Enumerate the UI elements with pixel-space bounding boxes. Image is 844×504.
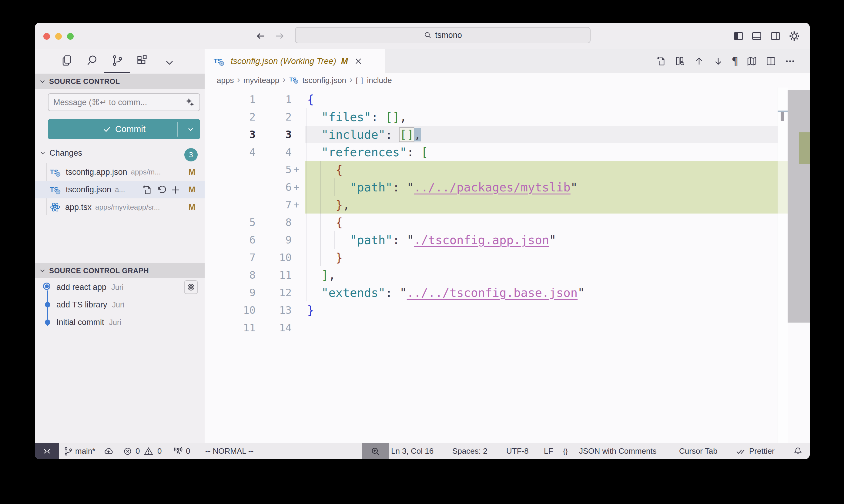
explorer-icon[interactable] <box>60 54 73 67</box>
language-mode[interactable]: JSON with Comments <box>579 443 657 459</box>
branch-name[interactable]: main* <box>75 443 95 459</box>
open-changes-icon[interactable] <box>655 55 667 67</box>
commit-message: add TS library <box>56 300 107 309</box>
commit-row[interactable]: add TS library Juri <box>35 296 205 313</box>
code-line[interactable]: 44 "references": [ <box>205 143 810 161</box>
code-line[interactable]: 22 "files": [], <box>205 108 810 126</box>
branch-icon[interactable] <box>63 443 73 459</box>
more-actions-icon[interactable] <box>784 55 796 67</box>
code-line[interactable]: 1114 <box>205 319 810 337</box>
file-name: app.tsx <box>65 203 91 212</box>
source-control-icon[interactable] <box>111 54 124 67</box>
remote-indicator[interactable] <box>35 443 59 459</box>
next-change-icon[interactable] <box>712 55 724 67</box>
react-file-icon <box>49 201 61 213</box>
indentation[interactable]: Spaces: 2 <box>452 443 487 459</box>
code-line[interactable]: 69 "path": "./tsconfig.app.json" <box>205 231 810 249</box>
breadcrumb-item[interactable]: include <box>367 76 392 85</box>
whitespace-pilcrow-icon[interactable]: ¶ <box>731 55 739 67</box>
scrollbar-thumb[interactable] <box>788 90 810 323</box>
vim-mode-indicator: -- NORMAL -- <box>205 443 254 459</box>
tab-label: tsconfig.json (Working Tree) <box>231 56 336 66</box>
commit-author: Juri <box>111 283 123 292</box>
code-editor[interactable]: 11{22 "files": [],33 "include": [],44 "r… <box>205 91 810 337</box>
commit-row[interactable]: add react app Juri <box>35 278 205 296</box>
commit-message-input[interactable]: Message (⌘↵ to comm... <box>48 93 200 111</box>
scrollbar[interactable] <box>788 88 810 443</box>
search-sidebar-icon[interactable] <box>86 54 99 67</box>
changes-section-header[interactable]: Changes 3 <box>35 146 205 160</box>
changed-file-row[interactable]: app.tsx apps/myviteapp/sr... M <box>35 198 205 216</box>
code-line[interactable]: 710 } <box>205 249 810 266</box>
code-line[interactable]: 811 ], <box>205 266 810 284</box>
ports-broadcast-icon[interactable] <box>173 443 184 459</box>
minimap[interactable] <box>778 88 788 443</box>
source-control-section-header[interactable]: SOURCE CONTROL <box>35 74 205 89</box>
extensions-icon[interactable] <box>136 54 149 67</box>
changes-count-badge: 3 <box>184 148 198 161</box>
tab-close-icon[interactable] <box>354 56 363 66</box>
commit-author: Juri <box>112 301 124 309</box>
tsconfig-file-icon: TS <box>49 166 62 178</box>
tab-tsconfig-working-tree[interactable]: TS tsconfig.json (Working Tree) M <box>205 49 385 73</box>
zoom-indicator[interactable] <box>362 443 389 459</box>
notifications-bell-icon[interactable] <box>793 443 803 459</box>
breadcrumb-item[interactable]: tsconfig.json <box>303 76 346 85</box>
open-file-icon[interactable] <box>141 184 153 196</box>
toggle-panel-icon[interactable] <box>751 30 762 42</box>
code-line[interactable]: 58 { <box>205 214 810 231</box>
compare-editors-icon[interactable] <box>674 55 686 67</box>
toggle-primary-sidebar-icon[interactable] <box>733 30 744 42</box>
warnings-count: 0 <box>157 443 161 459</box>
forward-icon[interactable] <box>274 31 285 41</box>
stage-changes-icon[interactable] <box>170 184 181 196</box>
changed-file-row-selected[interactable]: TS tsconfig.json a... M <box>35 181 205 198</box>
titlebar: tsmono <box>35 23 810 49</box>
code-line[interactable]: 6+ "path": "../../packages/mytslib" <box>205 178 810 196</box>
source-control-graph-header[interactable]: SOURCE CONTROL GRAPH <box>35 263 205 278</box>
code-line[interactable]: 33 "include": [], <box>205 126 810 143</box>
code-line[interactable]: 912 "extends": "../../tsconfig.base.json… <box>205 284 810 301</box>
goto-current-commit-button[interactable] <box>184 280 198 294</box>
code-line[interactable]: 7+ }, <box>205 196 810 214</box>
formatter-name[interactable]: Prettier <box>749 443 775 459</box>
more-views-chevron-icon[interactable] <box>163 56 175 69</box>
discard-changes-icon[interactable] <box>156 184 168 196</box>
double-check-icon[interactable] <box>735 443 746 459</box>
commit-dot <box>45 302 50 307</box>
commit-row[interactable]: Initial commit Juri <box>35 313 205 331</box>
minimize-window-button[interactable] <box>55 33 62 40</box>
previous-change-icon[interactable] <box>693 55 705 67</box>
overview-ruler-added-decoration <box>799 132 810 164</box>
search-icon <box>424 31 432 39</box>
code-line[interactable]: 5+ { <box>205 161 810 178</box>
changed-file-row[interactable]: TS tsconfig.app.json apps/m... M <box>35 163 205 181</box>
map-icon[interactable] <box>746 55 758 67</box>
breadcrumb-item[interactable]: apps <box>217 76 234 85</box>
cursor-position[interactable]: Ln 3, Col 16 <box>391 443 433 459</box>
commit-dropdown-chevron-icon[interactable] <box>186 125 195 134</box>
active-view-underline <box>104 72 130 73</box>
split-editor-icon[interactable] <box>765 55 777 67</box>
back-icon[interactable] <box>255 31 266 41</box>
breadcrumb-item[interactable]: myviteapp <box>243 76 279 85</box>
commit-dot <box>45 320 50 325</box>
warnings-icon[interactable] <box>143 443 154 459</box>
commit-button[interactable]: Commit <box>48 119 200 139</box>
settings-gear-icon[interactable] <box>788 30 800 42</box>
cursor-tab-indicator[interactable]: Cursor Tab <box>679 443 718 459</box>
eol-sequence[interactable]: LF <box>544 443 553 459</box>
file-path: apps/myviteapp/sr... <box>95 203 160 211</box>
maximize-window-button[interactable] <box>67 33 74 40</box>
errors-icon[interactable] <box>123 443 133 459</box>
sparkle-icon[interactable] <box>185 97 195 108</box>
code-line[interactable]: 1013} <box>205 301 810 319</box>
commit-message-placeholder: Message (⌘↵ to comm... <box>53 97 185 107</box>
command-center-search[interactable]: tsmono <box>295 27 590 43</box>
publish-cloud-icon[interactable] <box>103 443 114 459</box>
code-line[interactable]: 11{ <box>205 91 810 108</box>
chevron-down-icon <box>39 149 46 157</box>
encoding[interactable]: UTF-8 <box>506 443 529 459</box>
close-window-button[interactable] <box>44 33 50 40</box>
toggle-secondary-sidebar-icon[interactable] <box>770 30 781 42</box>
